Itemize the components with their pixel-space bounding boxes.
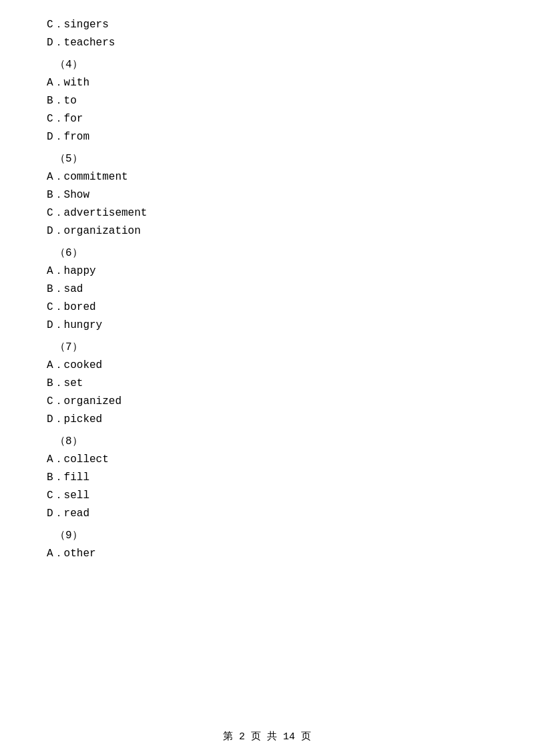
option-line: D．teachers [47, 35, 487, 49]
option-line: C．organized [47, 394, 487, 408]
option-line: C．singers [47, 17, 487, 31]
option-line: A．other [47, 546, 487, 560]
option-line: D．picked [47, 412, 487, 426]
option-line: A．commitment [47, 170, 487, 184]
question-number: （7） [55, 340, 487, 354]
option-line: C．advertisement [47, 206, 487, 220]
option-line: A．happy [47, 264, 487, 278]
option-line: B．to [47, 93, 487, 108]
footer-text: 第 2 页 共 14 页 [223, 731, 311, 743]
option-line: B．Show [47, 188, 487, 202]
page-content: C．singersD．teachers（4）A．withB．toC．forD．f… [0, 0, 534, 604]
option-line: C．bored [47, 300, 487, 314]
option-line: B．set [47, 376, 487, 390]
option-line: A．with [47, 75, 487, 89]
option-line: D．read [47, 506, 487, 520]
option-line: C．for [47, 112, 487, 126]
question-number: （8） [55, 434, 487, 448]
option-line: A．cooked [47, 358, 487, 372]
option-line: D．from [47, 130, 487, 144]
option-line: B．fill [47, 470, 487, 484]
option-line: A．collect [47, 452, 487, 466]
question-number: （5） [55, 152, 487, 166]
option-line: C．sell [47, 488, 487, 502]
page-footer: 第 2 页 共 14 页 [0, 730, 534, 743]
question-number: （9） [55, 528, 487, 542]
question-number: （6） [55, 246, 487, 260]
option-line: B．sad [47, 282, 487, 296]
option-line: D．organization [47, 224, 487, 238]
option-line: D．hungry [47, 318, 487, 332]
question-number: （4） [55, 57, 487, 71]
